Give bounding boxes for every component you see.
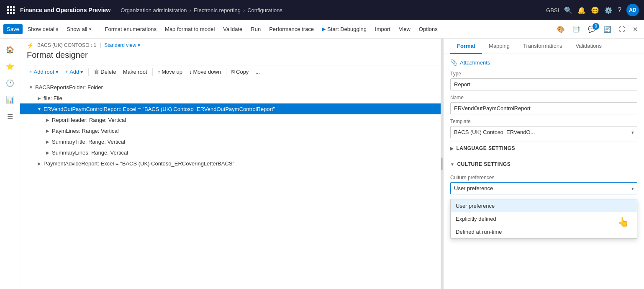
run-button[interactable]: Run bbox=[247, 24, 264, 34]
copy-icon: ⎘ bbox=[231, 69, 235, 75]
add-button[interactable]: + Add ▾ bbox=[63, 67, 86, 77]
right-panel: FormatMappingTransformationsValidations … bbox=[443, 39, 644, 289]
tree-label: PaymLines: Range: Vertical bbox=[52, 128, 119, 134]
tree-label: SummaryLines: Range: Vertical bbox=[52, 150, 128, 156]
copy-button[interactable]: ⎘ Copy bbox=[229, 67, 251, 77]
breadcrumb-org[interactable]: Organization administration bbox=[121, 7, 187, 13]
start-debugging-button[interactable]: ▶ Start Debugging bbox=[319, 24, 370, 34]
save-button[interactable]: Save bbox=[3, 24, 23, 34]
sidebar-home-icon[interactable]: 🏠 bbox=[3, 42, 18, 57]
tree-item[interactable]: ▼ERVendOutPaymControlReport: Excel = "BA… bbox=[20, 103, 441, 114]
tree-toggle: ▶ bbox=[44, 148, 52, 157]
svg-rect-5 bbox=[13, 9, 15, 11]
resize-handle[interactable] bbox=[441, 39, 443, 289]
toolbar-sep-3 bbox=[226, 68, 226, 76]
svg-rect-6 bbox=[7, 12, 9, 14]
performance-trace-button[interactable]: Performance trace bbox=[266, 24, 317, 34]
dropdown-option-user-preference[interactable]: User preference bbox=[451, 199, 637, 212]
more-button[interactable]: ... bbox=[253, 67, 262, 77]
import-button[interactable]: Import bbox=[372, 24, 394, 34]
expand-icon[interactable]: ⛶ bbox=[616, 24, 628, 34]
panel-tabs: FormatMappingTransformationsValidations bbox=[444, 39, 644, 54]
culture-select[interactable]: User preference Explicitly defined Defin… bbox=[450, 182, 637, 194]
help-icon[interactable]: ? bbox=[618, 6, 621, 14]
tree-area: ▼BACSReportsFolder: Folder▶file: File▼ER… bbox=[20, 80, 441, 289]
chevron-icon-2: › bbox=[243, 7, 245, 13]
search-icon[interactable]: 🔍 bbox=[564, 6, 572, 14]
palette-icon[interactable]: 🎨 bbox=[554, 24, 567, 35]
delete-button[interactable]: 🗑 Delete bbox=[91, 67, 119, 77]
move-down-icon: ↓ bbox=[189, 69, 192, 75]
tree-label: SummaryTitle: Range: Vertical bbox=[52, 139, 125, 145]
breadcrumb-separator: | bbox=[100, 42, 101, 48]
svg-rect-8 bbox=[13, 12, 15, 14]
tree-item[interactable]: ▶file: File bbox=[20, 93, 441, 103]
tree-item[interactable]: ▶SummaryTitle: Range: Vertical bbox=[20, 136, 441, 147]
svg-rect-2 bbox=[13, 6, 15, 8]
tree-item[interactable]: ▶SummaryLines: Range: Vertical bbox=[20, 147, 441, 158]
panel-tab-transformations[interactable]: Transformations bbox=[516, 39, 569, 54]
tree-toggle: ▼ bbox=[35, 105, 44, 113]
tree-toggle: ▶ bbox=[44, 137, 52, 146]
template-select[interactable]: BACS (UK) Contoso_ERVendO... bbox=[450, 126, 637, 138]
settings-icon[interactable]: ⚙️ bbox=[604, 6, 613, 14]
format-enumerations-button[interactable]: Format enumerations bbox=[102, 24, 160, 34]
refresh-icon[interactable]: 🔄 bbox=[601, 24, 614, 35]
culture-settings-section[interactable]: ▼ CULTURE SETTINGS bbox=[450, 158, 637, 170]
template-select-wrapper: BACS (UK) Contoso_ERVendO... ▾ bbox=[450, 126, 637, 138]
command-bar: Save Show details Show all ▾ Format enum… bbox=[0, 20, 644, 39]
language-settings-section[interactable]: ▶ LANGUAGE SETTINGS bbox=[450, 142, 637, 155]
breadcrumb-sub-text: BACS (UK) CONTOSO : 1 bbox=[37, 42, 96, 48]
move-up-button[interactable]: ↑ Move up bbox=[155, 67, 185, 77]
sidebar-clock-icon[interactable]: 🕐 bbox=[3, 75, 18, 90]
avatar[interactable]: AD bbox=[626, 4, 639, 16]
toolbar-sep-2 bbox=[152, 68, 153, 76]
user-code: GBSI bbox=[546, 7, 559, 13]
bell-icon[interactable]: 🔔 bbox=[577, 6, 586, 14]
name-input[interactable] bbox=[450, 102, 637, 114]
panel-tab-validations[interactable]: Validations bbox=[569, 39, 608, 54]
grid-icon[interactable] bbox=[5, 4, 17, 16]
sidebar-table-icon[interactable]: 📊 bbox=[3, 92, 18, 107]
tree-label: BACSReportsFolder: Folder bbox=[35, 84, 103, 90]
sidebar-list-icon[interactable]: ☰ bbox=[3, 109, 18, 124]
tree-item[interactable]: ▶PaymLines: Range: Vertical bbox=[20, 125, 441, 136]
show-all-button[interactable]: Show all ▾ bbox=[63, 24, 94, 34]
options-button[interactable]: Options bbox=[416, 24, 441, 34]
main-content: 🏠 ⭐ 🕐 📊 ☰ ⚡ BACS (UK) CONTOSO : 1 | Stan… bbox=[0, 39, 644, 289]
tree-toggle: ▶ bbox=[44, 116, 52, 124]
make-root-button[interactable]: Make root bbox=[121, 67, 150, 77]
toolbar-sep-1 bbox=[88, 68, 89, 76]
map-format-button[interactable]: Map format to model bbox=[162, 24, 218, 34]
tree-item[interactable]: ▼BACSReportsFolder: Folder bbox=[20, 82, 441, 93]
dropdown-option-explicitly-defined[interactable]: Explicitly defined bbox=[451, 212, 637, 225]
tree-toggle: ▶ bbox=[44, 126, 52, 135]
smiley-icon[interactable]: 😊 bbox=[591, 6, 599, 14]
breadcrumb-view-select[interactable]: Standard view ▾ bbox=[104, 42, 140, 48]
filter-icon[interactable]: ⚡ bbox=[27, 42, 34, 49]
tree-item[interactable]: ▶PaymentAdviceReport: Excel = "BACS (UK)… bbox=[20, 158, 441, 169]
show-all-caret: ▾ bbox=[89, 27, 91, 31]
show-details-button[interactable]: Show details bbox=[24, 24, 62, 34]
type-input[interactable] bbox=[450, 78, 637, 90]
name-label: Name bbox=[450, 95, 637, 101]
designer-breadcrumb: ⚡ BACS (UK) CONTOSO : 1 | Standard view … bbox=[27, 42, 434, 49]
culture-dropdown: User preference Explicitly defined Defin… bbox=[450, 199, 637, 239]
move-down-button[interactable]: ↓ Move down bbox=[187, 67, 223, 77]
view-button[interactable]: View bbox=[395, 24, 414, 34]
breadcrumb-config[interactable]: Configurations bbox=[247, 7, 282, 13]
add-root-button[interactable]: + Add root ▾ bbox=[27, 67, 61, 77]
tree-item[interactable]: ▶ReportHeader: Range: Vertical bbox=[20, 114, 441, 125]
panel-tab-mapping[interactable]: Mapping bbox=[482, 39, 516, 54]
tree-toggle: ▼ bbox=[27, 83, 35, 91]
dropdown-option-defined-at-runtime[interactable]: Defined at run-time bbox=[451, 225, 637, 238]
panel-tab-format[interactable]: Format bbox=[450, 39, 482, 54]
close-icon[interactable]: ✕ bbox=[630, 24, 641, 35]
bookmark-icon[interactable]: 📑 bbox=[570, 24, 583, 35]
attachments-button[interactable]: 📎 Attachments bbox=[450, 59, 490, 66]
validate-button[interactable]: Validate bbox=[220, 24, 246, 34]
breadcrumb-er[interactable]: Electronic reporting bbox=[194, 7, 241, 13]
svg-rect-1 bbox=[10, 6, 12, 8]
sidebar-star-icon[interactable]: ⭐ bbox=[3, 59, 18, 74]
template-label: Template bbox=[450, 119, 637, 124]
